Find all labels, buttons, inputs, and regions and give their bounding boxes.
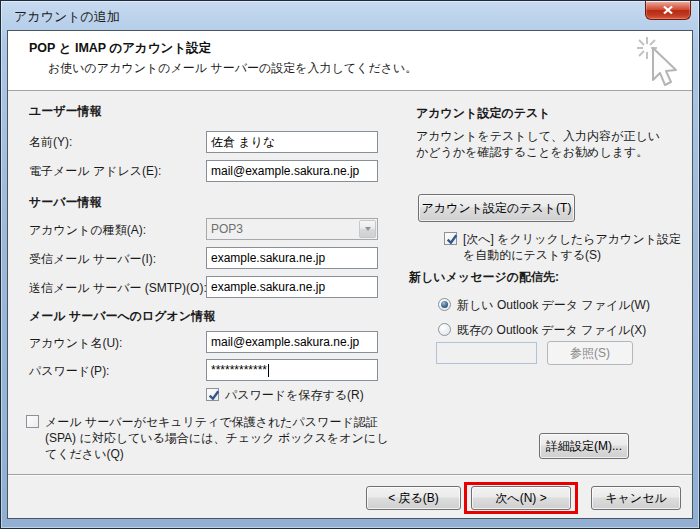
remember-password-checkbox[interactable]: パスワードを保存する(R) (206, 387, 364, 403)
new-data-file-label: 新しい Outlook データ ファイル(W) (457, 297, 650, 313)
text-caret (268, 364, 269, 377)
spa-checkbox[interactable]: メール サーバーがセキュリティで保護されたパスワード認証 (SPA) に対応して… (26, 414, 398, 463)
wizard-header: POP と IMAP のアカウント設定 お使いのアカウントのメール サーバーの設… (8, 31, 692, 91)
cancel-button[interactable]: キャンセル (591, 486, 681, 510)
checkbox-icon (26, 415, 39, 428)
name-input[interactable]: 佐倉 まりな (206, 131, 378, 153)
radio-icon (438, 323, 451, 336)
form-body: ユーザー情報 名前(Y): 佐倉 まりな 電子メール アドレス(E): mail… (8, 91, 692, 475)
outgoing-server-input[interactable]: example.sakura.ne.jp (206, 276, 378, 298)
password-label: パスワード(P): (29, 363, 109, 380)
section-delivery: 新しいメッセージの配信先: (409, 269, 559, 286)
dialog-content: POP と IMAP のアカウント設定 お使いのアカウントのメール サーバーの設… (7, 30, 693, 519)
account-test-description: アカウントをテストして、入力内容が正しいかどうかを確認することをお勧めします。 (416, 128, 668, 160)
title-bar[interactable]: アカウントの追加 (1, 1, 699, 30)
window-title: アカウントの追加 (14, 8, 120, 26)
cursor-sparkle-icon (634, 35, 680, 87)
test-account-settings-button[interactable]: アカウント設定のテスト(T) (418, 194, 575, 222)
section-account-test: アカウント設定のテスト (416, 105, 551, 122)
existing-file-path-input (436, 342, 537, 364)
checkbox-icon (444, 232, 457, 245)
account-name-input[interactable]: mail@example.sakura.ne.jp (206, 331, 378, 353)
section-server-info: サーバー情報 (29, 194, 102, 211)
incoming-server-input[interactable]: example.sakura.ne.jp (206, 247, 378, 269)
email-input[interactable]: mail@example.sakura.ne.jp (206, 160, 378, 182)
spa-label: メール サーバーがセキュリティで保護されたパスワード認証 (SPA) に対応して… (45, 414, 398, 463)
advanced-settings-button[interactable]: 詳細設定(M)... (539, 433, 629, 459)
close-button[interactable] (645, 1, 691, 20)
password-input[interactable]: ************ (206, 359, 378, 381)
account-name-label: アカウント名(U): (29, 335, 122, 352)
chevron-down-icon (359, 220, 376, 238)
auto-test-checkbox[interactable]: [次へ] をクリックしたらアカウント設定を自動的にテストする(S) (444, 231, 684, 263)
existing-data-file-radio[interactable]: 既存の Outlook データ ファイル(X) (438, 322, 646, 338)
checkbox-icon (206, 388, 219, 401)
account-type-value: POP3 (211, 222, 243, 236)
section-logon-info: メール サーバーへのログオン情報 (29, 308, 215, 325)
new-data-file-radio[interactable]: 新しい Outlook データ ファイル(W) (438, 297, 650, 313)
add-account-dialog: アカウントの追加 POP と IMAP のアカウント設定 お使いのアカウントのメ… (0, 0, 700, 529)
next-button-highlight (464, 482, 578, 514)
incoming-server-label: 受信メール サーバー(I): (29, 251, 156, 268)
close-x-icon (661, 5, 675, 15)
page-subtitle: お使いのアカウントのメール サーバーの設定を入力してください。 (48, 60, 417, 77)
existing-data-file-label: 既存の Outlook データ ファイル(X) (457, 322, 646, 338)
remember-password-label: パスワードを保存する(R) (225, 387, 364, 403)
section-user-info: ユーザー情報 (29, 103, 102, 120)
email-label: 電子メール アドレス(E): (29, 163, 161, 180)
name-label: 名前(Y): (29, 134, 72, 151)
button-bar: < 戻る(B) 次へ(N) > キャンセル (8, 474, 692, 518)
auto-test-label: [次へ] をクリックしたらアカウント設定を自動的にテストする(S) (463, 231, 684, 263)
radio-icon (438, 298, 451, 311)
browse-button: 参照(S) (547, 341, 633, 365)
account-type-select: POP3 (206, 218, 378, 240)
account-type-label: アカウントの種類(A): (29, 222, 146, 239)
outgoing-server-label: 送信メール サーバー (SMTP)(O): (29, 280, 207, 297)
page-title: POP と IMAP のアカウント設定 (29, 40, 211, 57)
password-masked-value: ************ (211, 363, 267, 377)
back-button[interactable]: < 戻る(B) (366, 486, 461, 510)
